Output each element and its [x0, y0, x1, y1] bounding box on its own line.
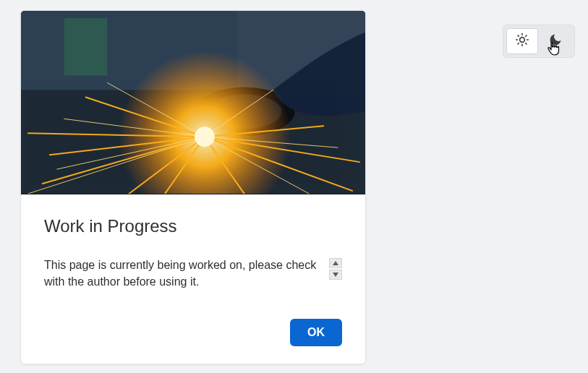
value-stepper [329, 258, 342, 280]
theme-light-button[interactable] [506, 28, 538, 54]
stepper-up-button[interactable] [329, 258, 342, 268]
stepper-down-button[interactable] [329, 270, 342, 280]
wip-card: Work in Progress This page is currently … [20, 10, 366, 364]
card-description: This page is currently being worked on, … [44, 257, 320, 290]
svg-line-8 [526, 35, 527, 36]
card-hero-image [21, 11, 365, 194]
card-title: Work in Progress [44, 216, 342, 236]
svg-rect-11 [64, 18, 108, 76]
svg-line-7 [518, 43, 519, 44]
svg-point-33 [195, 127, 215, 147]
moon-icon [548, 33, 563, 50]
svg-line-4 [526, 43, 527, 44]
theme-switcher [503, 25, 575, 58]
card-body: Work in Progress This page is currently … [21, 194, 365, 364]
ok-button[interactable]: OK [290, 319, 342, 346]
sun-icon [515, 33, 529, 50]
svg-point-0 [520, 38, 525, 43]
svg-line-3 [518, 35, 519, 36]
theme-dark-button[interactable] [540, 28, 571, 54]
